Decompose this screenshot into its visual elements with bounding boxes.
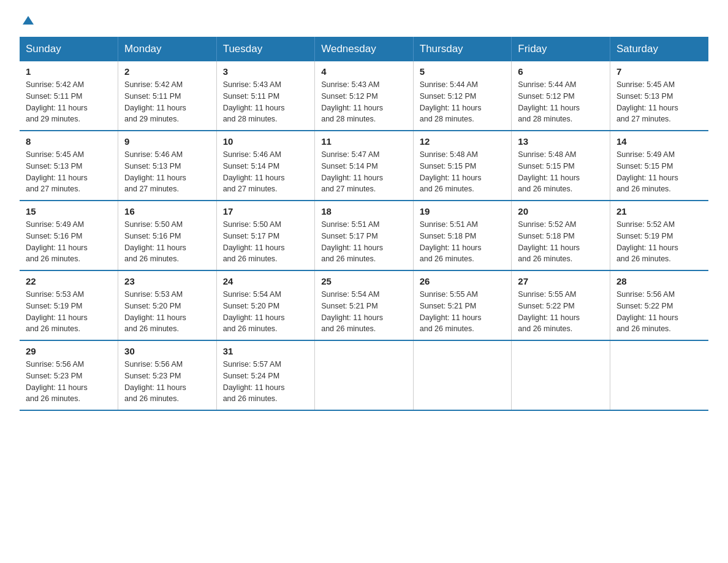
- calendar-cell: 17 Sunrise: 5:50 AM Sunset: 5:17 PM Dayl…: [216, 201, 315, 270]
- calendar-week-row: 1 Sunrise: 5:42 AM Sunset: 5:11 PM Dayli…: [20, 61, 708, 131]
- day-info: Sunrise: 5:47 AM Sunset: 5:14 PM Dayligh…: [321, 149, 407, 195]
- day-info: Sunrise: 5:46 AM Sunset: 5:14 PM Dayligh…: [223, 149, 309, 195]
- day-info: Sunrise: 5:56 AM Sunset: 5:23 PM Dayligh…: [26, 359, 112, 405]
- calendar-cell: [512, 340, 610, 410]
- calendar-header-monday: Monday: [118, 37, 217, 61]
- day-info: Sunrise: 5:56 AM Sunset: 5:23 PM Dayligh…: [124, 359, 210, 405]
- day-info: Sunrise: 5:43 AM Sunset: 5:11 PM Dayligh…: [223, 79, 309, 125]
- day-number: 30: [124, 346, 210, 356]
- calendar-header-thursday: Thursday: [413, 37, 512, 61]
- calendar-week-row: 22 Sunrise: 5:53 AM Sunset: 5:19 PM Dayl…: [20, 270, 708, 340]
- day-info: Sunrise: 5:51 AM Sunset: 5:17 PM Dayligh…: [321, 219, 407, 265]
- calendar-cell: 21 Sunrise: 5:52 AM Sunset: 5:19 PM Dayl…: [610, 201, 708, 270]
- day-number: 11: [321, 136, 407, 147]
- calendar-cell: 1 Sunrise: 5:42 AM Sunset: 5:11 PM Dayli…: [20, 61, 118, 131]
- day-info: Sunrise: 5:55 AM Sunset: 5:21 PM Dayligh…: [420, 289, 506, 335]
- calendar-cell: 5 Sunrise: 5:44 AM Sunset: 5:12 PM Dayli…: [413, 61, 512, 131]
- day-number: 3: [223, 66, 309, 77]
- day-number: 7: [616, 66, 702, 77]
- day-info: Sunrise: 5:49 AM Sunset: 5:15 PM Dayligh…: [616, 149, 702, 195]
- logo: [20, 15, 35, 27]
- calendar-cell: 7 Sunrise: 5:45 AM Sunset: 5:13 PM Dayli…: [610, 61, 708, 131]
- calendar-cell: 8 Sunrise: 5:45 AM Sunset: 5:13 PM Dayli…: [20, 131, 118, 201]
- day-number: 8: [26, 136, 112, 147]
- day-number: 5: [420, 66, 506, 77]
- day-number: 25: [321, 276, 407, 286]
- day-info: Sunrise: 5:54 AM Sunset: 5:20 PM Dayligh…: [223, 289, 309, 335]
- day-number: 23: [124, 276, 210, 286]
- calendar-week-row: 15 Sunrise: 5:49 AM Sunset: 5:16 PM Dayl…: [20, 201, 708, 270]
- calendar-cell: 13 Sunrise: 5:48 AM Sunset: 5:15 PM Dayl…: [512, 131, 610, 201]
- calendar-table: SundayMondayTuesdayWednesdayThursdayFrid…: [20, 37, 708, 411]
- logo-triangle-icon: [21, 13, 35, 27]
- calendar-week-row: 29 Sunrise: 5:56 AM Sunset: 5:23 PM Dayl…: [20, 340, 708, 410]
- day-number: 12: [420, 136, 506, 147]
- calendar-cell: 10 Sunrise: 5:46 AM Sunset: 5:14 PM Dayl…: [216, 131, 315, 201]
- day-number: 17: [223, 206, 309, 216]
- svg-marker-0: [23, 16, 34, 25]
- calendar-cell: 15 Sunrise: 5:49 AM Sunset: 5:16 PM Dayl…: [20, 201, 118, 270]
- day-number: 18: [321, 206, 407, 216]
- day-number: 19: [420, 206, 506, 216]
- calendar-cell: 12 Sunrise: 5:48 AM Sunset: 5:15 PM Dayl…: [413, 131, 512, 201]
- day-info: Sunrise: 5:49 AM Sunset: 5:16 PM Dayligh…: [26, 219, 112, 265]
- day-number: 13: [518, 136, 604, 147]
- calendar-cell: 23 Sunrise: 5:53 AM Sunset: 5:20 PM Dayl…: [118, 270, 217, 340]
- day-number: 28: [616, 276, 702, 286]
- day-info: Sunrise: 5:44 AM Sunset: 5:12 PM Dayligh…: [420, 79, 506, 125]
- day-info: Sunrise: 5:57 AM Sunset: 5:24 PM Dayligh…: [223, 359, 309, 405]
- day-info: Sunrise: 5:50 AM Sunset: 5:16 PM Dayligh…: [124, 219, 210, 265]
- calendar-cell: [413, 340, 512, 410]
- calendar-cell: 6 Sunrise: 5:44 AM Sunset: 5:12 PM Dayli…: [512, 61, 610, 131]
- day-number: 15: [26, 206, 112, 216]
- calendar-cell: 19 Sunrise: 5:51 AM Sunset: 5:18 PM Dayl…: [413, 201, 512, 270]
- day-info: Sunrise: 5:43 AM Sunset: 5:12 PM Dayligh…: [321, 79, 407, 125]
- day-number: 22: [26, 276, 112, 286]
- day-number: 9: [124, 136, 210, 147]
- day-info: Sunrise: 5:42 AM Sunset: 5:11 PM Dayligh…: [124, 79, 210, 125]
- day-info: Sunrise: 5:42 AM Sunset: 5:11 PM Dayligh…: [26, 79, 112, 125]
- day-number: 29: [26, 346, 112, 356]
- day-info: Sunrise: 5:52 AM Sunset: 5:19 PM Dayligh…: [616, 219, 702, 265]
- day-info: Sunrise: 5:46 AM Sunset: 5:13 PM Dayligh…: [124, 149, 210, 195]
- calendar-week-row: 8 Sunrise: 5:45 AM Sunset: 5:13 PM Dayli…: [20, 131, 708, 201]
- day-info: Sunrise: 5:55 AM Sunset: 5:22 PM Dayligh…: [518, 289, 604, 335]
- calendar-header-wednesday: Wednesday: [315, 37, 414, 61]
- day-number: 24: [223, 276, 309, 286]
- calendar-cell: 2 Sunrise: 5:42 AM Sunset: 5:11 PM Dayli…: [118, 61, 217, 131]
- day-number: 14: [616, 136, 702, 147]
- calendar-cell: 3 Sunrise: 5:43 AM Sunset: 5:11 PM Dayli…: [216, 61, 315, 131]
- calendar-cell: 14 Sunrise: 5:49 AM Sunset: 5:15 PM Dayl…: [610, 131, 708, 201]
- calendar-cell: 16 Sunrise: 5:50 AM Sunset: 5:16 PM Dayl…: [118, 201, 217, 270]
- day-number: 2: [124, 66, 210, 77]
- day-info: Sunrise: 5:52 AM Sunset: 5:18 PM Dayligh…: [518, 219, 604, 265]
- day-number: 21: [616, 206, 702, 216]
- day-number: 4: [321, 66, 407, 77]
- calendar-cell: 22 Sunrise: 5:53 AM Sunset: 5:19 PM Dayl…: [20, 270, 118, 340]
- day-number: 31: [223, 346, 309, 356]
- calendar-cell: [610, 340, 708, 410]
- day-number: 1: [26, 66, 112, 77]
- calendar-cell: 18 Sunrise: 5:51 AM Sunset: 5:17 PM Dayl…: [315, 201, 414, 270]
- day-number: 20: [518, 206, 604, 216]
- calendar-cell: 28 Sunrise: 5:56 AM Sunset: 5:22 PM Dayl…: [610, 270, 708, 340]
- calendar-cell: 11 Sunrise: 5:47 AM Sunset: 5:14 PM Dayl…: [315, 131, 414, 201]
- calendar-cell: 20 Sunrise: 5:52 AM Sunset: 5:18 PM Dayl…: [512, 201, 610, 270]
- calendar-cell: 25 Sunrise: 5:54 AM Sunset: 5:21 PM Dayl…: [315, 270, 414, 340]
- calendar-cell: 4 Sunrise: 5:43 AM Sunset: 5:12 PM Dayli…: [315, 61, 414, 131]
- calendar-header-tuesday: Tuesday: [216, 37, 315, 61]
- day-info: Sunrise: 5:45 AM Sunset: 5:13 PM Dayligh…: [26, 149, 112, 195]
- calendar-cell: 31 Sunrise: 5:57 AM Sunset: 5:24 PM Dayl…: [216, 340, 315, 410]
- calendar-cell: 9 Sunrise: 5:46 AM Sunset: 5:13 PM Dayli…: [118, 131, 217, 201]
- page-header: [20, 15, 708, 27]
- calendar-header-friday: Friday: [512, 37, 610, 61]
- calendar-header-saturday: Saturday: [610, 37, 708, 61]
- calendar-body: 1 Sunrise: 5:42 AM Sunset: 5:11 PM Dayli…: [20, 61, 708, 410]
- calendar-cell: 26 Sunrise: 5:55 AM Sunset: 5:21 PM Dayl…: [413, 270, 512, 340]
- calendar-cell: [315, 340, 414, 410]
- day-info: Sunrise: 5:54 AM Sunset: 5:21 PM Dayligh…: [321, 289, 407, 335]
- day-info: Sunrise: 5:48 AM Sunset: 5:15 PM Dayligh…: [518, 149, 604, 195]
- day-number: 26: [420, 276, 506, 286]
- calendar-cell: 27 Sunrise: 5:55 AM Sunset: 5:22 PM Dayl…: [512, 270, 610, 340]
- day-number: 10: [223, 136, 309, 147]
